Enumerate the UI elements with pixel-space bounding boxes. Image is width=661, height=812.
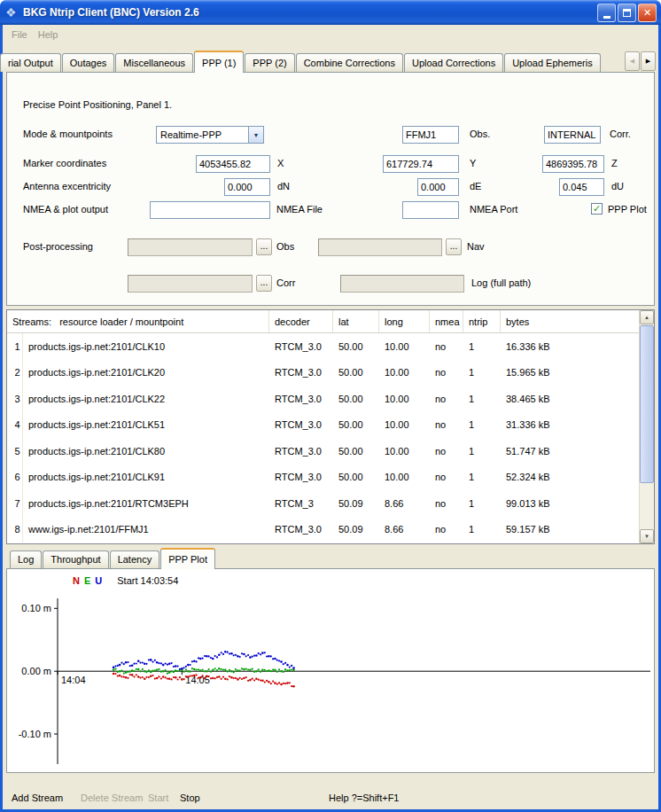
column-header-ntrip[interactable]: ntrip (463, 310, 501, 332)
antenna-de-field[interactable] (417, 178, 459, 196)
stream-ntrip: 1 (463, 394, 501, 404)
streams-table-header: Streams: resource loader / mountpoint de… (7, 310, 639, 333)
stream-lat: 50.09 (333, 524, 379, 535)
app-icon: ❖ (5, 5, 21, 20)
column-header-mountpoint[interactable]: Streams: resource loader / mountpoint (7, 310, 269, 332)
vertical-scrollbar[interactable]: ▲ ▼ (639, 310, 654, 543)
antenna-du-field[interactable] (559, 178, 604, 196)
column-header-long[interactable]: long (379, 310, 430, 332)
post-log-field (340, 275, 464, 293)
table-row[interactable]: 3 products.igs-ip.net:2101/CLK22 RTCM_3.… (7, 386, 639, 412)
tab-ppp-1[interactable]: PPP (1) (194, 51, 244, 73)
tab-ppp-2[interactable]: PPP (2) (245, 53, 294, 72)
menu-help[interactable]: Help (33, 27, 64, 43)
stream-bytes: 59.157 kB (501, 524, 639, 535)
post-obs-field (128, 238, 253, 256)
titlebar[interactable]: ❖ BKG Ntrip Client (BNC) Version 2.6 ✕ (0, 0, 661, 25)
tab-combine-corrections[interactable]: Combine Corrections (296, 53, 403, 72)
row-number: 3 (7, 386, 23, 412)
column-header-decoder[interactable]: decoder (269, 310, 333, 332)
tab-serial-output[interactable]: rial Output (0, 53, 61, 72)
tab-throughput[interactable]: Throughput (43, 550, 108, 568)
table-row[interactable]: 4 products.igs-ip.net:2101/CLK51 RTCM_3.… (7, 412, 639, 439)
chevron-down-icon[interactable]: ▼ (248, 127, 263, 143)
add-stream-button[interactable]: Add Stream (12, 792, 63, 803)
stream-lat: 50.00 (333, 341, 379, 352)
stream-mountpoint: products.igs-ip.net:2101/CLK10 (23, 341, 269, 352)
stream-long: 10.00 (379, 367, 430, 378)
table-row[interactable]: 2 products.igs-ip.net:2101/CLK20 RTCM_3.… (7, 360, 639, 386)
browse-corr-button[interactable]: ... (256, 275, 272, 292)
stream-long: 8.66 (379, 498, 430, 509)
marker-z-field[interactable] (542, 155, 604, 173)
start-button: Start (148, 792, 168, 803)
table-row[interactable]: 5 products.igs-ip.net:2101/CLK80 RTCM_3.… (7, 438, 639, 465)
stream-ntrip: 1 (463, 446, 501, 457)
mode-combobox[interactable]: Realtime-PPP ▼ (156, 126, 264, 144)
stream-long: 8.66 (379, 524, 430, 535)
stream-nmea: no (430, 446, 463, 457)
tab-ppp-plot[interactable]: PPP Plot (160, 548, 215, 569)
scroll-down-icon[interactable]: ▼ (640, 529, 654, 543)
de-label: dE (470, 181, 481, 191)
ppp-plot-checkbox-label: PPP Plot (608, 204, 647, 215)
scroll-up-icon[interactable]: ▲ (640, 310, 654, 324)
close-button[interactable]: ✕ (638, 4, 657, 22)
stream-mountpoint: products.igs-ip.net:2101/CLK20 (23, 367, 269, 378)
nmea-port-field[interactable] (402, 201, 459, 219)
stream-decoder: RTCM_3.0 (269, 394, 333, 404)
panel-title: Precise Point Positioning, Panel 1. (23, 99, 172, 110)
stream-bytes: 52.324 kB (501, 472, 639, 482)
column-header-lat[interactable]: lat (333, 310, 379, 332)
table-row[interactable]: 8 www.igs-ip.net:2101/FFMJ1 RTCM_3.0 50.… (7, 517, 639, 543)
menu-file[interactable]: File (6, 27, 33, 43)
legend-u: U (95, 575, 102, 586)
browse-nav-button[interactable]: ... (446, 238, 462, 255)
table-row[interactable]: 1 products.igs-ip.net:2101/CLK10 RTCM_3.… (7, 333, 639, 360)
stream-lat: 50.00 (333, 419, 379, 430)
row-number: 1 (7, 333, 23, 360)
browse-obs-button[interactable]: ... (256, 238, 272, 255)
obs-mountpoint-field[interactable] (402, 126, 459, 144)
tab-miscellaneous[interactable]: Miscellaneous (115, 53, 193, 72)
ppp-plot-checkbox[interactable]: ✓ (591, 203, 603, 215)
stream-lat: 50.00 (333, 367, 379, 378)
marker-y-field[interactable] (383, 155, 459, 173)
ppp-plot-canvas: 0.10 m0.00 m-0.10 m14:0414:05 (7, 569, 654, 772)
nmea-file-field[interactable] (150, 201, 270, 219)
antenna-dn-field[interactable] (224, 178, 270, 196)
stream-bytes: 16.336 kB (501, 341, 639, 352)
column-header-bytes[interactable]: bytes (501, 310, 639, 332)
column-header-nmea[interactable]: nmea (430, 310, 463, 332)
stream-nmea: no (430, 419, 463, 430)
stream-mountpoint: products.igs-ip.net:2101/CLK91 (23, 472, 269, 482)
marker-x-field[interactable] (196, 155, 270, 173)
stream-bytes: 15.965 kB (501, 367, 639, 378)
tab-outages[interactable]: Outages (62, 53, 115, 72)
tab-log[interactable]: Log (10, 550, 42, 568)
corr-mountpoint-field[interactable] (544, 126, 601, 144)
svg-text:0.10 m: 0.10 m (21, 603, 51, 613)
post-processing-label: Post-processing (23, 241, 93, 252)
tab-upload-ephemeris[interactable]: Upload Ephemeris (504, 53, 601, 72)
ppp-panel: Precise Point Positioning, Panel 1. Mode… (6, 72, 655, 306)
stream-bytes: 38.465 kB (501, 394, 639, 404)
plot-start-time: Start 14:03:54 (117, 575, 178, 586)
tab-upload-corrections[interactable]: Upload Corrections (404, 53, 503, 72)
y-label: Y (470, 158, 476, 168)
plot-legend: NEUStart 14:03:54 (73, 575, 178, 586)
tab-scroll-right-icon[interactable]: ▶ (641, 51, 656, 71)
minimize-button[interactable] (597, 4, 616, 22)
stream-ntrip: 1 (463, 341, 501, 352)
scrollbar-thumb[interactable] (640, 325, 654, 483)
table-row[interactable]: 7 products.igs-ip.net:2101/RTCM3EPH RTCM… (7, 490, 639, 517)
stop-button[interactable]: Stop (180, 792, 200, 803)
tab-latency[interactable]: Latency (110, 550, 160, 568)
stream-decoder: RTCM_3.0 (269, 419, 333, 430)
z-label: Z (611, 158, 618, 168)
table-row[interactable]: 6 products.igs-ip.net:2101/CLK91 RTCM_3.… (7, 465, 639, 491)
post-nav-label: Nav (467, 241, 485, 252)
tab-scroll-left-icon[interactable]: ◀ (625, 51, 640, 71)
maximize-button[interactable] (618, 4, 636, 22)
legend-e: E (84, 575, 90, 586)
